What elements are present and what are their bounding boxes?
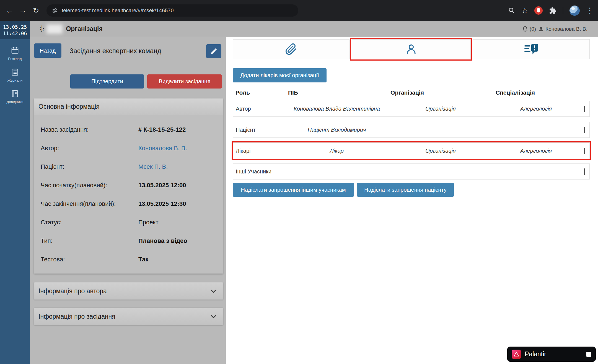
info-row-end-time: Час закінчення(плановий): 13.05.2025 12:… bbox=[34, 194, 223, 213]
person-icon bbox=[405, 43, 417, 55]
column-role: Роль bbox=[233, 89, 285, 96]
cell-role: Інші Учасники bbox=[233, 168, 286, 175]
search-icon[interactable] bbox=[508, 7, 515, 14]
section-label: Інформація про автора bbox=[38, 287, 107, 295]
column-specialization: Спеціалізація bbox=[493, 89, 579, 96]
palantir-stop-button[interactable] bbox=[586, 352, 591, 357]
column-organization: Організація bbox=[388, 89, 493, 96]
info-row-patient: Пацієнт: Мсек П. В. bbox=[34, 157, 223, 176]
info-label: Назва засідання: bbox=[41, 126, 89, 133]
extensions-puzzle-icon[interactable] bbox=[549, 7, 556, 14]
url-bar[interactable]: telemed-test.medlink.healthcare/#/msek/1… bbox=[46, 4, 298, 17]
chevron-down-icon[interactable] bbox=[584, 127, 585, 133]
reload-icon[interactable]: ↻ bbox=[29, 6, 43, 15]
forward-icon[interactable]: → bbox=[16, 6, 29, 15]
sidebar-item-references[interactable]: Довідники bbox=[0, 90, 30, 104]
browser-menu-icon[interactable]: ⋮ bbox=[586, 6, 594, 15]
info-value: 13.05.2025 12:00 bbox=[138, 182, 186, 189]
adblock-extension-icon[interactable] bbox=[534, 6, 543, 15]
sidebar-item-journals[interactable]: Журнали bbox=[0, 68, 30, 82]
bell-icon bbox=[522, 26, 528, 32]
chevron-down-icon bbox=[211, 288, 216, 293]
info-value: Проект bbox=[138, 219, 158, 226]
participant-row-patient[interactable]: Пацієнт Пацієнт Володимирич bbox=[233, 122, 590, 138]
cell-organization: Організація bbox=[425, 148, 456, 154]
app-sidebar: 13.05.25 11:42:06 Розклад Журнали bbox=[0, 21, 30, 364]
column-name: ПІБ bbox=[285, 89, 388, 96]
info-row-start-time: Час початку(плановий): 13.05.2025 12:00 bbox=[34, 176, 223, 194]
info-label: Тип: bbox=[41, 237, 53, 245]
notifications[interactable]: (0) bbox=[522, 26, 536, 32]
info-label: Автор: bbox=[41, 145, 59, 152]
meeting-info-section[interactable]: Інформація про засідання bbox=[34, 308, 223, 325]
cell-name: Лікар bbox=[330, 148, 344, 154]
confirm-button[interactable]: Підтвердити bbox=[70, 74, 144, 89]
calendar-icon bbox=[11, 46, 19, 55]
tab-participants[interactable] bbox=[352, 39, 471, 59]
cell-specialization: Алергологія bbox=[520, 106, 552, 112]
info-row-type: Тип: Планова з відео bbox=[34, 232, 223, 250]
user-name: Коновалова В. В. bbox=[545, 26, 587, 32]
palantir-logo-icon bbox=[512, 350, 521, 359]
cell-role: Автор bbox=[233, 106, 286, 112]
back-button[interactable]: Назад bbox=[34, 43, 61, 58]
participant-row-doctors[interactable]: Лікарі Лікар Організація Алергологія bbox=[233, 142, 590, 159]
url-text: telemed-test.medlink.healthcare/#/msek/1… bbox=[62, 7, 174, 14]
back-icon[interactable]: ← bbox=[3, 6, 16, 15]
meeting-panel: Назад Засідання експертних команд Підтве… bbox=[30, 37, 226, 364]
author-info-section[interactable]: Інформація про автора bbox=[34, 282, 223, 300]
redacted-logo bbox=[46, 24, 63, 34]
browser-toolbar: ← → ↻ telemed-test.medlink.healthcare/#/… bbox=[0, 0, 598, 21]
chevron-down-icon[interactable] bbox=[584, 148, 585, 154]
palantir-label: Palantir bbox=[525, 350, 583, 358]
cell-name: Коновалова Влада Валентинівна bbox=[294, 106, 380, 112]
info-label: Час закінчення(плановий): bbox=[41, 200, 116, 207]
delete-meeting-button[interactable]: Видалити засідання bbox=[147, 74, 222, 89]
pencil-icon bbox=[210, 48, 218, 55]
chat-alert-icon bbox=[524, 43, 539, 55]
browser-actions: ☆ ⋮ bbox=[508, 0, 594, 21]
clock: 13.05.25 11:42:06 bbox=[0, 21, 30, 39]
browser-profile-avatar[interactable] bbox=[569, 6, 580, 16]
sidebar-item-label: Довідники bbox=[7, 100, 24, 104]
add-doctors-button[interactable]: Додати лікарів моєї організації bbox=[233, 68, 327, 82]
user-menu[interactable]: Коновалова В. В. bbox=[538, 26, 587, 32]
info-value: Планова з відео bbox=[138, 237, 187, 245]
cell-role: Лікарі bbox=[233, 148, 286, 154]
patient-link[interactable]: Мсек П. В. bbox=[138, 163, 168, 170]
cell-specialization: Алергологія bbox=[520, 148, 552, 154]
invite-patient-button[interactable]: Надіслати запрошення пацієнту bbox=[357, 183, 454, 197]
info-label: Пацієнт: bbox=[41, 163, 64, 170]
sidebar-item-label: Розклад bbox=[8, 57, 22, 61]
notifications-count: (0) bbox=[530, 26, 536, 32]
app-header: ⚕ Організація (0) Коновалова В. В. bbox=[30, 21, 598, 37]
sidebar-item-schedule[interactable]: Розклад bbox=[0, 46, 30, 61]
caduceus-icon: ⚕ bbox=[39, 24, 44, 34]
participant-row-author[interactable]: Автор Коновалова Влада Валентинівна Орга… bbox=[233, 101, 590, 117]
tab-messages[interactable] bbox=[473, 39, 590, 59]
info-row-status: Статус: Проект bbox=[34, 213, 223, 232]
paperclip-icon bbox=[285, 43, 297, 55]
invite-others-button[interactable]: Надіслати запрошення іншим учасникам bbox=[233, 183, 354, 197]
organization-title: Організація bbox=[66, 25, 102, 33]
participants-table-header: Роль ПІБ Організація Спеціалізація bbox=[233, 87, 590, 98]
section-label: Інформація про засідання bbox=[38, 313, 115, 320]
journals-icon bbox=[11, 68, 19, 76]
info-value: 13.05.2025 12:30 bbox=[138, 200, 186, 207]
info-row-author: Автор: Коновалова В. В. bbox=[34, 139, 223, 157]
clock-time: 11:42:06 bbox=[3, 30, 27, 37]
cell-name: Пацієнт Володимирич bbox=[308, 127, 366, 133]
info-label: Статус: bbox=[41, 219, 62, 226]
edit-button[interactable] bbox=[206, 44, 221, 58]
tab-attachments[interactable] bbox=[233, 39, 350, 59]
site-settings-icon[interactable] bbox=[52, 8, 58, 13]
participant-row-others[interactable]: Інші Учасники bbox=[233, 163, 590, 180]
chevron-down-icon[interactable] bbox=[584, 106, 585, 112]
cell-organization: Організація bbox=[425, 106, 456, 112]
chevron-down-icon[interactable] bbox=[584, 168, 585, 175]
info-row-test: Тестова: Так bbox=[34, 250, 223, 269]
author-link[interactable]: Коновалова В. В. bbox=[138, 145, 187, 152]
bookmark-star-icon[interactable]: ☆ bbox=[522, 6, 528, 15]
info-value: Так bbox=[138, 256, 148, 263]
main-info-list: Назва засідання: # К-18-15-25-122 Автор:… bbox=[34, 115, 223, 269]
